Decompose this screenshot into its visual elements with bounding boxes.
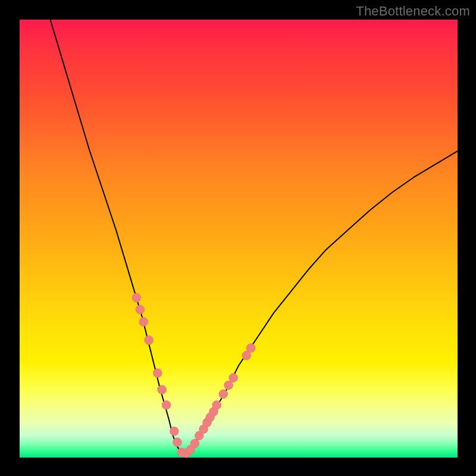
highlight-dot: [145, 336, 154, 345]
highlight-dot: [246, 344, 255, 353]
highlight-dot: [170, 427, 178, 436]
chart-frame: TheBottleneck.com: [0, 0, 476, 476]
highlight-dot: [229, 374, 238, 383]
highlight-dot: [153, 368, 162, 377]
highlight-dot: [190, 439, 199, 448]
highlight-dot: [219, 390, 228, 399]
highlight-dot: [132, 293, 141, 302]
highlight-dot: [212, 400, 221, 409]
watermark: TheBottleneck.com: [356, 4, 470, 19]
chart-overlay: [20, 20, 458, 458]
highlight-dot: [162, 400, 171, 409]
highlight-dot: [173, 438, 181, 447]
highlight-dot: [136, 305, 145, 314]
bottleneck-curve: [51, 20, 458, 453]
highlight-dot: [139, 317, 148, 326]
highlight-dot: [158, 385, 167, 394]
highlight-dot: [224, 381, 233, 390]
